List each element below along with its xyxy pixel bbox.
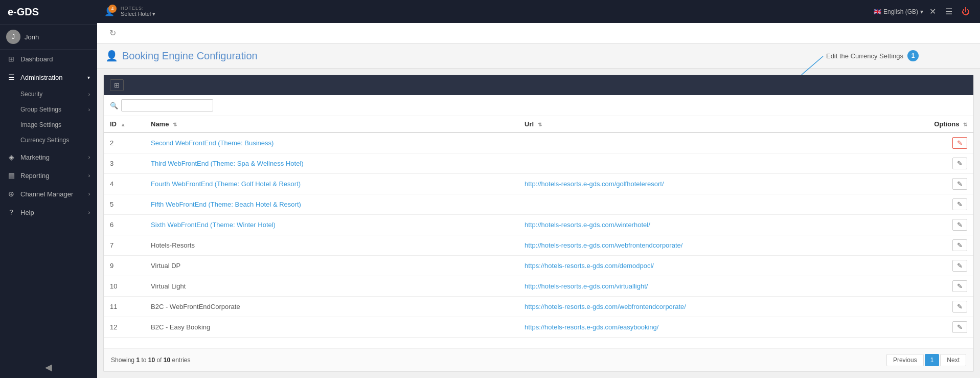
sidebar-item-marketing[interactable]: ◈ Marketing › — [0, 148, 97, 166]
cell-url[interactable]: http://hotels-resorts.e-gds.com/webfront… — [518, 235, 912, 256]
sidebar-item-image-settings[interactable]: Image Settings — [0, 117, 97, 132]
cell-id: 4 — [104, 174, 145, 194]
cell-name: Hotels-Resorts — [145, 235, 518, 256]
page-title: Booking Engine Configuration — [122, 50, 258, 62]
sort-icon: ▲ — [121, 122, 126, 127]
content-area: ⊞ 🔍 ID ▲ Name ⇅ — [103, 75, 974, 372]
close-button[interactable]: ✕ — [926, 5, 939, 18]
edit-row-button[interactable]: ✎ — [952, 137, 967, 149]
search-bar: 🔍 — [104, 95, 973, 116]
cell-name: B2C - Easy Booking — [145, 317, 518, 338]
next-button[interactable]: Next — [940, 354, 966, 366]
cell-id: 6 — [104, 215, 145, 235]
showing-text: Showing 1 to 10 of 10 entries — [111, 357, 191, 364]
cell-name[interactable]: Third WebFrontEnd (Theme: Spa & Wellness… — [145, 153, 518, 174]
main-content: ↻ 👤 Booking Engine Configuration Edit th… — [97, 23, 980, 378]
cell-url — [518, 132, 912, 153]
sidebar-item-dashboard-label: Dashboard — [20, 55, 53, 63]
cell-name: Virtual DP — [145, 256, 518, 276]
cell-url[interactable]: https://hotels-resorts.e-gds.com/demodpo… — [518, 256, 912, 276]
column-id[interactable]: ID ▲ — [104, 116, 145, 132]
cell-name[interactable]: Fifth WebFrontEnd (Theme: Beach Hotel & … — [145, 194, 518, 215]
sort-icon: ⇅ — [538, 122, 542, 127]
collapse-sidebar-button[interactable]: ◀ — [0, 357, 97, 378]
refresh-button[interactable]: ↻ — [105, 26, 120, 40]
sidebar-item-administration-label: Administration — [20, 74, 62, 81]
edit-row-button[interactable]: ✎ — [952, 301, 967, 313]
edit-row-button[interactable]: ✎ — [952, 198, 967, 210]
cell-options: ✎ — [912, 174, 973, 194]
cell-id: 10 — [104, 276, 145, 297]
previous-button[interactable]: Previous — [886, 354, 924, 366]
sidebar-item-help-label: Help — [20, 209, 34, 216]
cell-options: ✎ — [912, 256, 973, 276]
column-name[interactable]: Name ⇅ — [145, 116, 518, 132]
marketing-icon: ◈ — [7, 153, 15, 161]
hotel-name: Select Hotel ▾ — [121, 11, 155, 17]
table-row: 3Third WebFrontEnd (Theme: Spa & Wellnes… — [104, 153, 973, 174]
power-button[interactable]: ⏻ — [959, 5, 973, 18]
sidebar-item-image-settings-label: Image Settings — [20, 121, 61, 128]
sort-icon: ⇅ — [963, 122, 967, 127]
page-header-icon: 👤 — [105, 50, 118, 62]
sidebar-item-reporting[interactable]: ▦ Reporting › — [0, 166, 97, 185]
sidebar-item-currency-settings[interactable]: Currency Settings — [0, 132, 97, 148]
hotel-selector[interactable]: HOTELS: Select Hotel ▾ — [121, 6, 155, 17]
sidebar-item-security[interactable]: Security › — [0, 86, 97, 102]
table-row: 2Second WebFrontEnd (Theme: Business)✎ — [104, 132, 973, 153]
sidebar-item-dashboard[interactable]: ⊞ Dashboard — [0, 50, 97, 68]
topbar-right-actions: 🇬🇧 English (GB) ▾ ✕ ☰ ⏻ — [874, 5, 973, 18]
cell-id: 11 — [104, 297, 145, 317]
cell-options: ✎ — [912, 276, 973, 297]
cell-url — [518, 153, 912, 174]
page-1-button[interactable]: 1 — [925, 354, 940, 366]
edit-row-button[interactable]: ✎ — [952, 280, 967, 292]
edit-row-button[interactable]: ✎ — [952, 321, 967, 333]
cell-options: ✎ — [912, 153, 973, 174]
cell-id: 3 — [104, 153, 145, 174]
cell-name[interactable]: Fourth WebFrontEnd (Theme: Golf Hotel & … — [145, 174, 518, 194]
sidebar-item-security-label: Security — [20, 91, 42, 98]
language-selector[interactable]: 🇬🇧 English (GB) ▾ — [874, 8, 923, 15]
chevron-down-icon: ▾ — [87, 75, 90, 80]
table-row: 11B2C - WebFrontEndCorporatehttps://hote… — [104, 297, 973, 317]
pagination: Previous 1 Next — [886, 354, 966, 366]
cell-id: 12 — [104, 317, 145, 338]
sidebar-item-channel-manager[interactable]: ⊕ Channel Manager › — [0, 185, 97, 203]
cell-url[interactable]: http://hotels-resorts.e-gds.com/winterho… — [518, 215, 912, 235]
menu-button[interactable]: ☰ — [942, 5, 955, 18]
edit-row-button[interactable]: ✎ — [952, 158, 967, 169]
cell-name[interactable]: Second WebFrontEnd (Theme: Business) — [145, 132, 518, 153]
sidebar-item-group-settings-label: Group Settings — [20, 106, 61, 113]
cell-options: ✎ — [912, 132, 973, 153]
edit-row-button[interactable]: ✎ — [952, 239, 967, 251]
language-label: English (GB) — [883, 8, 918, 15]
edit-row-button[interactable]: ✎ — [952, 260, 967, 272]
edit-row-button[interactable]: ✎ — [952, 219, 967, 231]
search-input[interactable] — [121, 99, 213, 112]
cell-url[interactable]: https://hotels-resorts.e-gds.com/easyboo… — [518, 317, 912, 338]
chevron-down-icon: › — [88, 154, 90, 160]
cell-id: 9 — [104, 256, 145, 276]
cell-options: ✎ — [912, 297, 973, 317]
cell-url[interactable]: https://hotels-resorts.e-gds.com/webfron… — [518, 297, 912, 317]
cell-name[interactable]: Sixth WebFrontEnd (Theme: Winter Hotel) — [145, 215, 518, 235]
column-url[interactable]: Url ⇅ — [518, 116, 912, 132]
cell-url[interactable]: http://hotels-resorts.e-gds.com/golfhote… — [518, 174, 912, 194]
cell-id: 7 — [104, 235, 145, 256]
cell-url[interactable]: http://hotels-resorts.e-gds.com/virtuall… — [518, 276, 912, 297]
table-row: 12B2C - Easy Bookinghttps://hotels-resor… — [104, 317, 973, 338]
table-row: 6Sixth WebFrontEnd (Theme: Winter Hotel)… — [104, 215, 973, 235]
reporting-icon: ▦ — [7, 171, 15, 180]
sidebar-item-group-settings[interactable]: Group Settings › — [0, 102, 97, 117]
sidebar-item-help[interactable]: ? Help › — [0, 203, 97, 221]
search-icon: 🔍 — [110, 102, 118, 109]
sidebar-item-marketing-label: Marketing — [20, 153, 50, 161]
brand-logo: e-GDS — [0, 0, 97, 25]
notification-button[interactable]: 👤 4 — [104, 7, 115, 16]
sidebar: e-GDS J Jonh ⊞ Dashboard ☰ Administratio… — [0, 0, 97, 378]
tooltip-badge: 1 — [907, 50, 919, 61]
grid-view-button[interactable]: ⊞ — [110, 79, 124, 91]
sidebar-item-administration[interactable]: ☰ Administration ▾ — [0, 68, 97, 86]
edit-row-button[interactable]: ✎ — [952, 178, 967, 190]
